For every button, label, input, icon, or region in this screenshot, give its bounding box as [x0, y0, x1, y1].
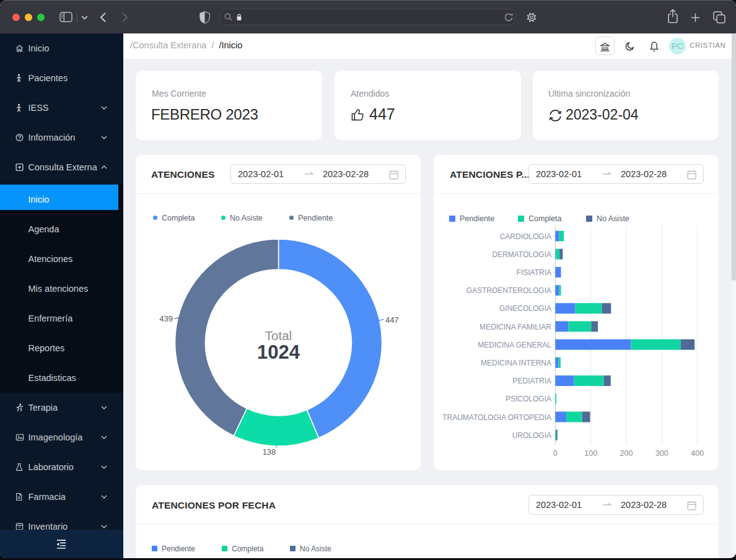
svg-text:Total: Total: [265, 328, 292, 343]
svg-text:MEDICINA FAMILIAR: MEDICINA FAMILIAR: [480, 323, 551, 331]
svg-text:DERMATOLOGIA: DERMATOLOGIA: [492, 250, 551, 259]
svg-text:GINECOLOGIA: GINECOLOGIA: [499, 304, 551, 313]
svg-text:0: 0: [553, 449, 558, 458]
svg-text:CARDIOLOGIA: CARDIOLOGIA: [500, 232, 551, 241]
svg-text:447: 447: [385, 315, 399, 325]
svg-text:MEDICINA INTERNA: MEDICINA INTERNA: [481, 359, 551, 367]
svg-text:FISIATRIA: FISIATRIA: [517, 268, 551, 277]
svg-text:439: 439: [159, 314, 173, 323]
svg-text:TRAUMATOLOGIA ORTOPEDIA: TRAUMATOLOGIA ORTOPEDIA: [442, 413, 551, 422]
svg-text:1024: 1024: [257, 341, 300, 363]
svg-text:300: 300: [655, 449, 668, 458]
svg-text:138: 138: [263, 447, 276, 457]
svg-text:MEDICINA GENERAL: MEDICINA GENERAL: [478, 341, 551, 349]
svg-text:400: 400: [691, 449, 704, 458]
svg-text:GASTROENTEROLOGIA: GASTROENTEROLOGIA: [467, 286, 551, 295]
svg-text:100: 100: [584, 449, 597, 458]
svg-text:UROLOGIA: UROLOGIA: [512, 431, 551, 440]
svg-text:PEDIATRIA: PEDIATRIA: [513, 377, 551, 385]
svg-text:PSICOLOGIA: PSICOLOGIA: [506, 395, 551, 403]
svg-text:200: 200: [620, 449, 633, 458]
